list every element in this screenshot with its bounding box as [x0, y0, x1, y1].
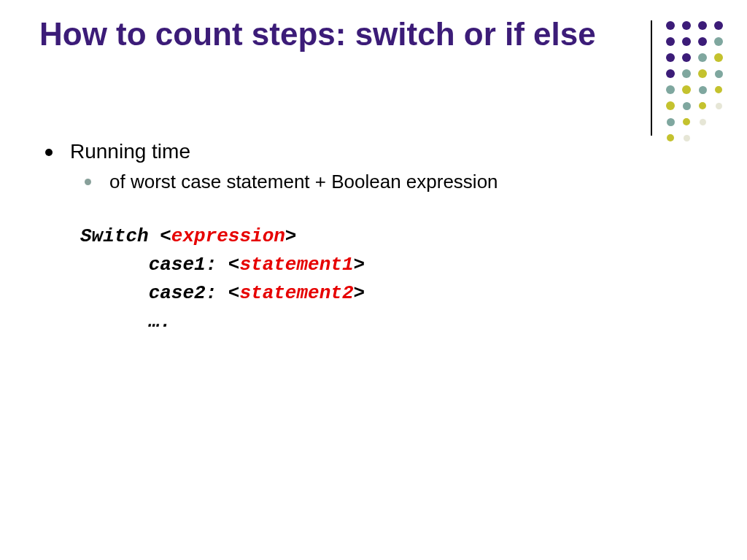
- code-placeholder: expression: [171, 225, 285, 247]
- decorative-dot: [666, 37, 675, 46]
- decorative-dot: [698, 53, 707, 62]
- code-text: case2: <: [149, 282, 240, 304]
- dot-row: [662, 18, 727, 34]
- decorative-dot: [714, 37, 723, 46]
- bullet-list-level2: of worst case statement + Boolean expres…: [70, 171, 673, 193]
- decorative-dot-grid: [662, 18, 727, 146]
- decorative-dot: [666, 53, 675, 62]
- decorative-dot: [666, 21, 675, 30]
- decorative-dot: [698, 21, 707, 30]
- decorative-dot: [682, 53, 691, 62]
- decorative-dot: [666, 69, 675, 78]
- bullet-level2-item: of worst case statement + Boolean expres…: [70, 171, 673, 193]
- slide-title: How to count steps: switch or if else: [39, 16, 645, 53]
- decorative-dot: [684, 135, 690, 141]
- decorative-dot: [666, 85, 675, 94]
- decorative-dot: [682, 69, 691, 78]
- dot-row: [662, 114, 727, 130]
- code-text: Switch <: [80, 225, 171, 247]
- code-text: >: [353, 282, 365, 304]
- code-text: case1: <: [149, 254, 240, 276]
- decorative-dot: [699, 102, 706, 109]
- decorative-dot: [666, 101, 675, 110]
- code-placeholder: statement1: [239, 254, 353, 276]
- dot-row: [662, 34, 727, 50]
- decorative-dot: [698, 69, 707, 78]
- dot-row: [662, 50, 727, 66]
- decorative-dot: [683, 102, 691, 110]
- decorative-dot: [682, 21, 691, 30]
- decorative-dot: [715, 86, 722, 93]
- dot-row: [662, 82, 727, 98]
- decorative-dot: [715, 70, 723, 78]
- bullet-text: Running time: [70, 140, 190, 163]
- decorative-dot: [716, 103, 722, 109]
- bullet-level1-item: Running time of worst case statement + B…: [45, 140, 673, 193]
- bullet-text: of worst case statement + Boolean expres…: [109, 171, 498, 192]
- title-container: How to count steps: switch or if else: [39, 16, 645, 53]
- dot-row: [662, 98, 727, 114]
- decorative-dot: [682, 37, 691, 46]
- decorative-dot: [698, 37, 707, 46]
- body-text: Running time of worst case statement + B…: [45, 140, 673, 201]
- dot-row: [662, 66, 727, 82]
- code-placeholder: statement2: [239, 282, 353, 304]
- decorative-dot: [667, 118, 675, 126]
- code-text: ….: [149, 311, 171, 332]
- bullet-list-level1: Running time of worst case statement + B…: [45, 140, 673, 193]
- code-text: >: [285, 225, 297, 247]
- decorative-dot: [714, 53, 723, 62]
- decorative-dot: [683, 118, 690, 125]
- decorative-dot: [700, 119, 706, 125]
- slide: How to count steps: switch or if else Ru…: [0, 0, 747, 560]
- code-text: >: [353, 254, 365, 276]
- decorative-dot: [714, 21, 723, 30]
- decorative-dot: [682, 85, 691, 94]
- vertical-divider: [651, 20, 652, 136]
- code-block: Switch <expression> case1: <statement1> …: [80, 222, 365, 336]
- decorative-dot: [699, 86, 707, 94]
